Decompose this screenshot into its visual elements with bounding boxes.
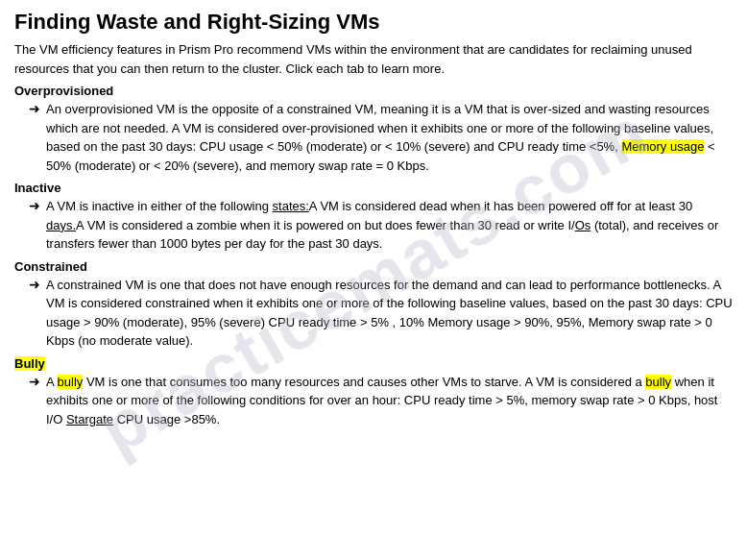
bullet-text-constrained-1: A constrained VM is one that does not ha… (46, 276, 733, 351)
section-heading-constrained: Constrained (14, 259, 733, 274)
bully-highlight-2: bully (645, 375, 671, 389)
underline-os: Os (575, 218, 591, 232)
bullet-constrained-1: ➜ A constrained VM is one that does not … (29, 276, 733, 351)
section-bully: Bully ➜ A bully VM is one that consumes … (14, 356, 733, 429)
underline-states: states: (273, 199, 309, 213)
section-heading-bully: Bully (14, 356, 733, 371)
bullet-inactive-1: ➜ A VM is inactive in either of the foll… (29, 197, 733, 254)
underline-days: days. (46, 218, 76, 232)
arrow-icon: ➜ (29, 374, 40, 389)
bullet-text-overprovisioned-1: An overprovisioned VM is the opposite of… (46, 100, 733, 175)
section-heading-inactive: Inactive (14, 181, 733, 195)
memory-usage-highlight: Memory usage (621, 139, 704, 154)
bullet-text-inactive-1: A VM is inactive in either of the follow… (46, 197, 733, 254)
arrow-icon: ➜ (29, 101, 40, 116)
section-inactive: Inactive ➜ A VM is inactive in either of… (14, 181, 733, 254)
arrow-icon: ➜ (29, 277, 40, 292)
intro-paragraph: The VM efficiency features in Prism Pro … (14, 40, 733, 78)
section-overprovisioned: Overprovisioned ➜ An overprovisioned VM … (14, 84, 733, 175)
arrow-icon: ➜ (29, 198, 40, 213)
bullet-bully-1: ➜ A bully VM is one that consumes too ma… (29, 373, 733, 429)
section-constrained: Constrained ➜ A constrained VM is one th… (14, 259, 733, 351)
bully-highlight-1: bully (58, 375, 84, 389)
bully-heading-text: Bully (14, 356, 45, 371)
underline-stargate: Stargate (66, 412, 113, 426)
page-title: Finding Waste and Right-Sizing VMs (14, 10, 733, 35)
section-heading-overprovisioned: Overprovisioned (14, 84, 733, 98)
bullet-text-bully-1: A bully VM is one that consumes too many… (46, 373, 733, 429)
bullet-overprovisioned-1: ➜ An overprovisioned VM is the opposite … (29, 100, 733, 175)
